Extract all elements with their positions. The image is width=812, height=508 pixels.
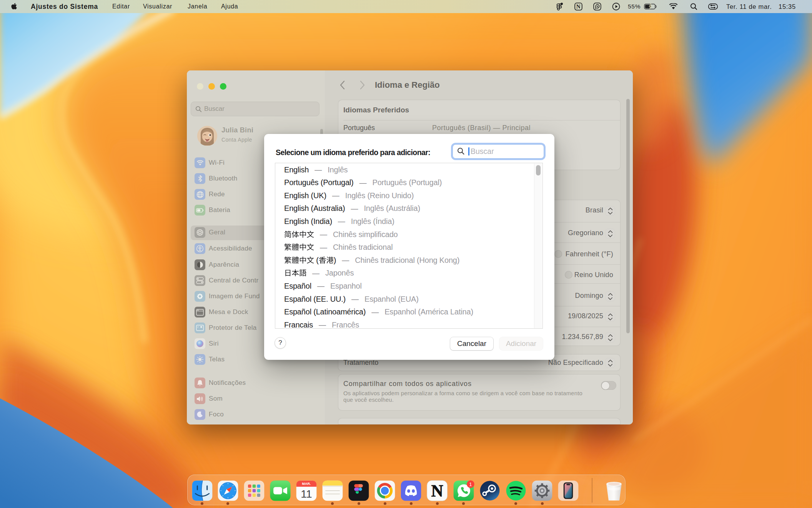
svg-text:11: 11: [301, 488, 312, 500]
svg-text:1: 1: [469, 481, 472, 487]
svg-text:MAR.: MAR.: [302, 482, 311, 486]
svg-text:N: N: [431, 481, 443, 500]
svg-text:N: N: [576, 3, 581, 10]
